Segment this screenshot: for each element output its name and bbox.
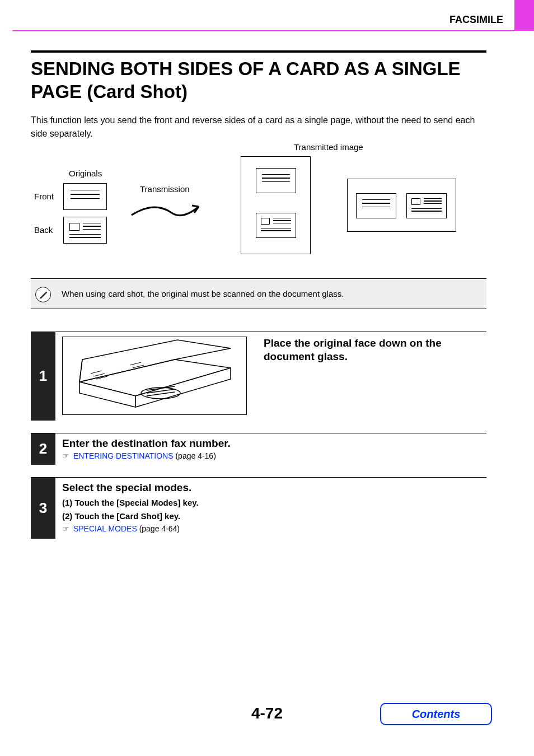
transmitted-landscape <box>347 179 456 232</box>
step-number: 3 <box>31 478 55 539</box>
link-page-ref: (page 4-16) <box>174 451 216 460</box>
page-title: SENDING BOTH SIDES OF A CARD AS A SINGLE… <box>31 57 486 104</box>
link-row: ☞ ENTERING DESTINATIONS (page 4-16) <box>62 451 486 460</box>
step-number: 1 <box>31 332 55 421</box>
pointer-icon: ☞ <box>62 451 69 460</box>
label-transmission: Transmission <box>140 184 190 194</box>
label-front: Front <box>34 192 54 201</box>
header-rule <box>12 30 514 31</box>
label-originals: Originals <box>69 169 102 178</box>
link-special-modes[interactable]: SPECIAL MODES <box>73 524 137 533</box>
link-page-ref: (page 4-64) <box>137 524 180 533</box>
transmission-arrow-icon <box>126 198 210 226</box>
label-back: Back <box>34 225 53 235</box>
scanner-illustration <box>62 337 247 415</box>
intro-text: This function lets you send the front an… <box>31 114 486 141</box>
contents-button[interactable]: Contents <box>380 703 492 725</box>
card-front-original <box>63 183 107 210</box>
note-text: When using card shot, the original must … <box>62 289 344 298</box>
section-label: FACSIMILE <box>449 14 503 26</box>
link-entering-destinations[interactable]: ENTERING DESTINATIONS <box>73 451 174 460</box>
header-accent-bar <box>514 0 534 31</box>
title-rule <box>31 50 486 53</box>
step-2: 2 Enter the destination fax number. ☞ EN… <box>31 433 486 465</box>
transmitted-portrait <box>241 156 311 254</box>
substep-1: (1) Touch the [Special Modes] key. <box>62 496 486 510</box>
step-3: 3 Select the special modes. (1) Touch th… <box>31 477 486 539</box>
link-row: ☞ SPECIAL MODES (page 4-64) <box>62 524 486 533</box>
step-heading: Enter the destination fax number. <box>62 437 486 451</box>
note-box: When using card shot, the original must … <box>31 278 486 309</box>
step-1: 1 <box>31 332 486 421</box>
page-content: SENDING BOTH SIDES OF A CARD AS A SINGLE… <box>31 50 486 539</box>
step-number: 2 <box>31 433 55 465</box>
label-transmitted: Transmitted image <box>294 142 363 152</box>
step-heading: Select the special modes. <box>62 481 486 495</box>
note-pencil-icon <box>35 287 51 302</box>
card-shot-diagram: Originals Front Back Transmission Transm… <box>31 151 486 268</box>
substep-2: (2) Touch the [Card Shot] key. <box>62 510 486 523</box>
step-heading: Place the original face down on the docu… <box>264 337 486 364</box>
pointer-icon: ☞ <box>62 524 69 533</box>
card-back-original <box>63 217 107 244</box>
